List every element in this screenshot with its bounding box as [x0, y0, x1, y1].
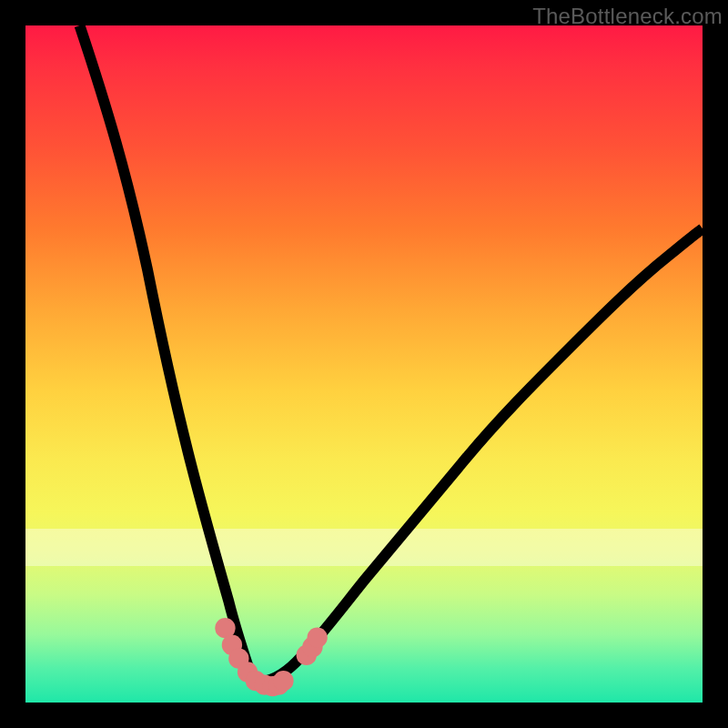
plot-area	[25, 25, 703, 703]
curve-layer	[25, 25, 703, 703]
watermark-text: TheBottleneck.com	[532, 4, 723, 29]
chart-frame: TheBottleneck.com	[0, 0, 728, 728]
bottleneck-curve-left	[80, 25, 256, 682]
bottleneck-curve-right	[256, 228, 703, 682]
scatter-group	[215, 618, 328, 696]
scatter-pt	[273, 671, 293, 691]
scatter-pt	[308, 627, 328, 647]
